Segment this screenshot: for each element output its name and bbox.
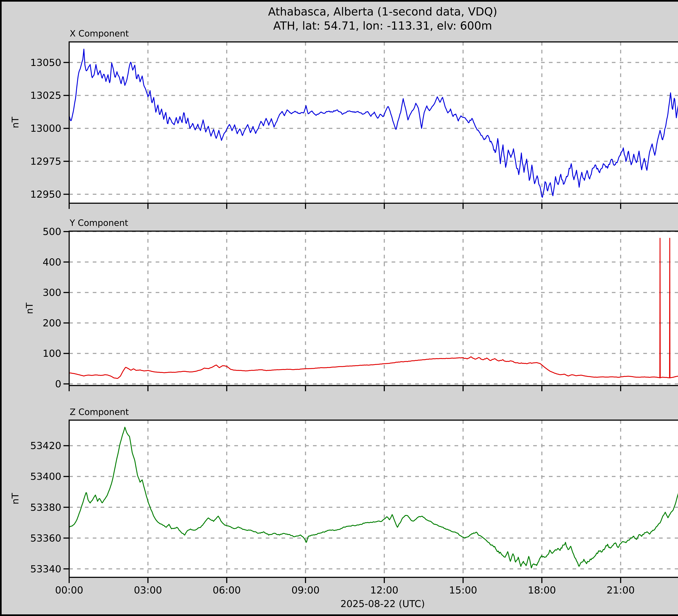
time-tick-label: 21:00 [596,585,645,595]
figure-title-line2: ATH, lat: 54.71, lon: -113.31, elv: 600m [68,19,678,33]
z-panel-ylabel: nT [10,478,21,519]
z-axis-tick-label: 53420 [3,441,61,450]
z-axis-tick-label: 53360 [3,533,61,543]
y-axis-tick-label: 0 [3,379,61,389]
plot-background [69,42,678,203]
z-axis-tick-label: 53400 [3,472,61,481]
x-component-panel-title: X Component [70,29,129,39]
x-axis-tick-label: 13000 [3,123,61,133]
x-axis-tick-label: 12950 [3,189,61,199]
time-tick-label: 03:00 [123,585,172,595]
y-axis-tick-label: 300 [3,288,61,297]
x-axis-tick-label: 12975 [3,156,61,166]
z-axis-tick-label: 53340 [3,564,61,574]
plot-background [69,420,678,577]
magnetometer-figure: Athabasca, Alberta (1-second data, VDQ) … [0,0,678,616]
time-tick-label: 12:00 [360,585,409,595]
x-axis-tick-label: 13025 [3,90,61,100]
figure-title: Athabasca, Alberta (1-second data, VDQ) … [68,5,678,33]
x-panel-ylabel: nT [10,102,21,143]
y-axis-tick-label: 100 [3,349,61,358]
figure-title-line1: Athabasca, Alberta (1-second data, VDQ) [68,5,678,19]
x-component-plot [69,42,678,203]
plot-background [69,231,678,386]
z-axis-tick-label: 53380 [3,503,61,512]
y-axis-tick-label: 500 [3,227,61,237]
z-component-plot [69,420,678,577]
time-tick-label: 06:00 [202,585,251,595]
x-axis-tick-label: 13050 [3,58,61,67]
y-component-panel-title: Y Component [70,218,128,228]
y-component-plot [69,231,678,386]
time-tick-label: 18:00 [518,585,566,595]
x-axis-label: 2025-08-22 (UTC) [68,598,678,609]
y-axis-tick-label: 400 [3,257,61,267]
time-tick-label: 00:00 [45,585,93,595]
time-tick-label: 15:00 [439,585,488,595]
z-component-panel-title: Z Component [70,407,129,417]
y-axis-tick-label: 200 [3,318,61,328]
time-tick-label: 09:00 [281,585,330,595]
